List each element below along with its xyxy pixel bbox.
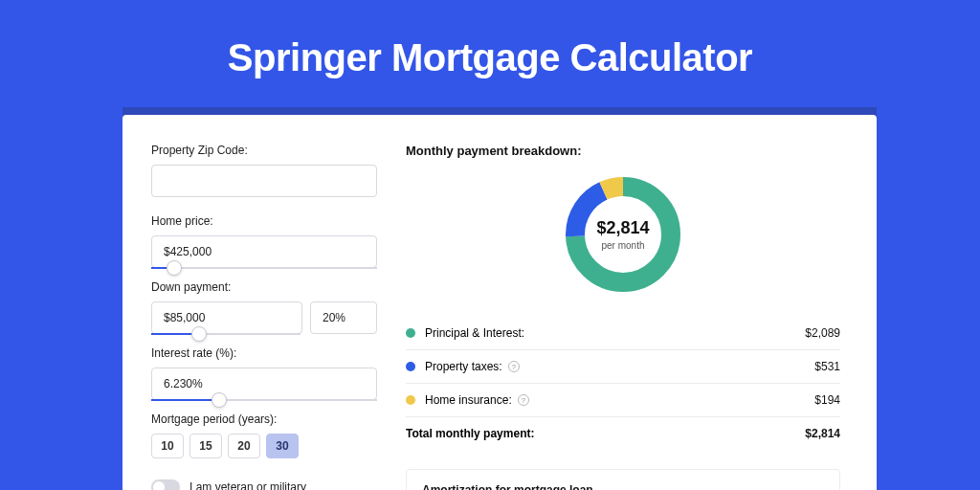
down-payment-pct-input[interactable] bbox=[310, 301, 377, 334]
legend-label: Principal & Interest: bbox=[425, 326, 805, 340]
legend-label: Property taxes:? bbox=[425, 360, 814, 373]
period-button-20[interactable]: 20 bbox=[228, 434, 260, 458]
legend-value: $2,089 bbox=[805, 326, 840, 340]
veteran-toggle[interactable] bbox=[151, 479, 180, 490]
donut-chart: $2,814 per month bbox=[562, 173, 684, 296]
period-button-10[interactable]: 10 bbox=[151, 434, 184, 458]
breakdown-title: Monthly payment breakdown: bbox=[406, 144, 840, 158]
rate-slider[interactable] bbox=[151, 399, 377, 401]
legend-label: Home insurance:? bbox=[425, 393, 814, 407]
zip-field: Property Zip Code: bbox=[151, 144, 377, 197]
donut-sub: per month bbox=[601, 240, 644, 251]
down-payment-input[interactable] bbox=[151, 301, 302, 334]
donut-center: $2,814 per month bbox=[562, 173, 684, 296]
slider-thumb-icon[interactable] bbox=[212, 392, 227, 408]
toggle-knob-icon bbox=[153, 481, 165, 490]
calculator-card: Property Zip Code: Home price: Down paym… bbox=[122, 115, 877, 490]
rate-label: Interest rate (%): bbox=[151, 346, 377, 360]
period-button-30[interactable]: 30 bbox=[266, 434, 299, 458]
home-price-label: Home price: bbox=[151, 214, 377, 228]
total-label: Total monthly payment: bbox=[406, 427, 805, 440]
page-title: Springer Mortgage Calculator bbox=[228, 36, 752, 79]
home-price-field: Home price: bbox=[151, 214, 377, 269]
slider-thumb-icon[interactable] bbox=[167, 260, 182, 276]
veteran-label: I am veteran or military bbox=[189, 480, 306, 490]
rate-input[interactable] bbox=[151, 368, 377, 400]
zip-label: Property Zip Code: bbox=[151, 144, 377, 157]
donut-amount: $2,814 bbox=[596, 218, 649, 238]
legend-dot-icon bbox=[406, 395, 415, 405]
down-payment-slider[interactable] bbox=[151, 333, 301, 335]
inputs-column: Property Zip Code: Home price: Down paym… bbox=[151, 144, 377, 490]
period-label: Mortgage period (years): bbox=[151, 412, 377, 426]
legend-value: $194 bbox=[814, 393, 840, 407]
zip-input[interactable] bbox=[151, 165, 377, 197]
legend-dot-icon bbox=[406, 328, 415, 338]
header: Springer Mortgage Calculator bbox=[0, 0, 980, 115]
info-icon[interactable]: ? bbox=[518, 394, 529, 406]
legend-value: $531 bbox=[814, 360, 840, 373]
home-price-input[interactable] bbox=[151, 235, 377, 268]
info-icon[interactable]: ? bbox=[508, 361, 520, 372]
total-row: Total monthly payment: $2,814 bbox=[406, 417, 840, 450]
legend-row: Property taxes:?$531 bbox=[406, 350, 840, 384]
total-value: $2,814 bbox=[805, 427, 840, 440]
home-price-slider[interactable] bbox=[151, 267, 377, 269]
amortization-title: Amortization for mortgage loan bbox=[422, 483, 824, 490]
legend-row: Principal & Interest:$2,089 bbox=[406, 317, 840, 350]
legend-row: Home insurance:?$194 bbox=[406, 384, 840, 417]
down-payment-label: Down payment: bbox=[151, 280, 377, 294]
period-button-15[interactable]: 15 bbox=[189, 434, 222, 458]
rate-field: Interest rate (%): bbox=[151, 346, 377, 401]
amortization-card: Amortization for mortgage loan Amortizat… bbox=[406, 469, 840, 490]
slider-thumb-icon[interactable] bbox=[191, 326, 207, 342]
period-field: Mortgage period (years): 10152030 bbox=[151, 412, 377, 458]
down-payment-field: Down payment: bbox=[151, 280, 377, 335]
veteran-row: I am veteran or military bbox=[151, 479, 377, 490]
results-column: Monthly payment breakdown: $2,814 per mo… bbox=[406, 144, 840, 490]
donut-chart-wrap: $2,814 per month bbox=[406, 173, 840, 296]
legend-dot-icon bbox=[406, 362, 415, 371]
